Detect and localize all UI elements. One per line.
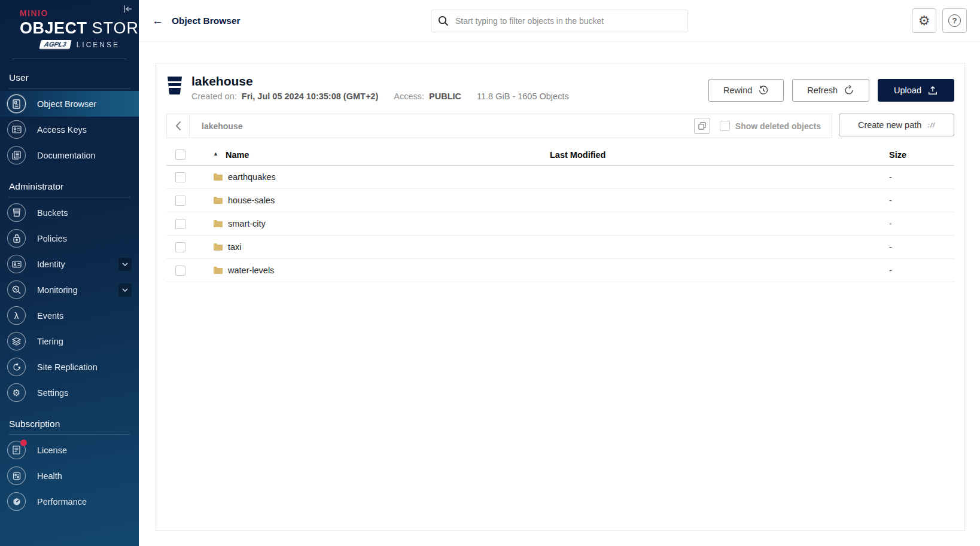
buckets-icon [7, 203, 26, 222]
sidebar-item-object-browser[interactable]: Object Browser [0, 91, 139, 117]
back-arrow-icon[interactable]: ← [152, 14, 163, 28]
top-bar: ← Object Browser ⚙ ? [139, 0, 980, 42]
sidebar-item-label: Events [37, 311, 132, 321]
help-icon: ? [948, 14, 961, 27]
copy-path-button[interactable] [694, 118, 710, 134]
current-path: lakehouse [202, 121, 242, 131]
sidebar-item-policies[interactable]: Policies [0, 225, 139, 251]
help-button[interactable]: ? [942, 8, 967, 33]
rewind-label: Rewind [723, 86, 752, 95]
refresh-button[interactable]: Refresh [792, 79, 869, 102]
object-name: smart-city [228, 219, 266, 228]
object-size: - [889, 172, 954, 182]
bucket-icon [166, 76, 183, 95]
object-name: taxi [228, 242, 242, 252]
sidebar-item-label: Performance [37, 497, 132, 507]
sidebar-item-site-replication[interactable]: Site Replication [0, 354, 139, 380]
sidebar-item-label: Settings [37, 388, 132, 398]
identity-icon [7, 255, 26, 273]
upload-button[interactable]: Upload [878, 79, 954, 102]
object-name: earthquakes [228, 172, 276, 182]
section-divider [8, 88, 130, 89]
row-checkbox[interactable] [175, 196, 185, 206]
select-all-checkbox[interactable] [175, 150, 185, 160]
collapse-sidebar-icon[interactable] [123, 5, 133, 13]
rewind-button[interactable]: Rewind [708, 79, 784, 102]
refresh-label: Refresh [807, 86, 838, 95]
minio-wordmark: MINIO [20, 8, 139, 18]
object-size: - [889, 242, 954, 252]
search-input[interactable] [431, 10, 688, 32]
created-on-label: Created on: [191, 91, 237, 101]
column-header-name[interactable]: ▲ Name [194, 150, 550, 160]
license-badge: AGPL3 LICENSE [20, 40, 120, 49]
sidebar-item-documentation[interactable]: Documentation [0, 142, 139, 168]
access-keys-icon [7, 120, 26, 139]
bucket-name: lakehouse [191, 74, 569, 89]
object-name: water-levels [228, 266, 274, 275]
table-row[interactable]: taxi - [166, 236, 954, 259]
chevron-down-icon[interactable] [118, 283, 132, 297]
column-header-last-modified[interactable]: Last Modified [550, 150, 889, 160]
sidebar-item-monitoring[interactable]: Monitoring [0, 277, 139, 303]
sidebar-item-label: Health [37, 471, 132, 481]
sidebar-item-health[interactable]: Health [0, 463, 139, 489]
row-checkbox[interactable] [175, 266, 185, 276]
sidebar-item-label: License [37, 446, 132, 455]
sidebar-item-label: Tiering [37, 337, 132, 346]
sidebar-item-performance[interactable]: Performance [0, 489, 139, 514]
settings-button[interactable]: ⚙ [912, 8, 936, 33]
row-checkbox[interactable] [175, 219, 185, 229]
section-label-administrator: Administrator [0, 168, 139, 197]
sidebar-item-license[interactable]: License [0, 437, 139, 463]
sidebar-item-label: Policies [37, 234, 132, 243]
rewind-icon [758, 85, 769, 96]
documentation-icon [7, 146, 26, 164]
refresh-icon [844, 85, 854, 96]
page-title: Object Browser [172, 16, 241, 26]
row-checkbox[interactable] [175, 172, 185, 182]
table-row[interactable]: earthquakes - [166, 166, 954, 189]
chevron-down-icon[interactable] [118, 258, 132, 271]
sidebar-item-label: Monitoring [37, 285, 118, 295]
show-deleted-toggle[interactable]: Show deleted objects [720, 121, 821, 131]
sidebar-item-tiering[interactable]: Tiering [0, 328, 139, 354]
sidebar-item-events[interactable]: λ Events [0, 303, 139, 328]
table-header-row: ▲ Name Last Modified Size [166, 144, 954, 166]
section-divider [8, 197, 130, 197]
column-header-size[interactable]: Size [889, 150, 954, 160]
row-checkbox[interactable] [175, 242, 185, 252]
sidebar-item-buckets[interactable]: Buckets [0, 200, 139, 225]
sidebar: MINIO OBJECT STORE AGPL3 LICENSE User Ob… [0, 0, 139, 546]
tiering-layers-icon [7, 332, 26, 350]
table-row[interactable]: house-sales - [166, 189, 954, 212]
bucket-actions: Rewind Refresh Upload [708, 79, 954, 102]
policies-icon [7, 229, 26, 248]
sidebar-item-access-keys[interactable]: Access Keys [0, 117, 139, 142]
settings-gear-icon: ⚙ [7, 383, 26, 402]
created-on-value: Fri, Jul 05 2024 10:35:08 (GMT+2) [242, 91, 378, 101]
sidebar-item-settings[interactable]: ⚙ Settings [0, 380, 139, 405]
show-deleted-checkbox[interactable] [720, 121, 730, 131]
notification-dot [20, 440, 27, 446]
show-deleted-label: Show deleted objects [735, 121, 821, 131]
sidebar-item-label: Documentation [37, 151, 132, 160]
path-back-button[interactable] [167, 114, 190, 138]
health-icon [7, 466, 26, 485]
bucket-meta: Created on: Fri, Jul 05 2024 10:35:08 (G… [191, 91, 569, 101]
events-lambda-icon: λ [7, 306, 26, 325]
copy-icon [698, 122, 706, 130]
table-row[interactable]: water-levels - [166, 259, 954, 282]
access-label: Access: [394, 91, 424, 101]
bucket-panel: lakehouse Created on: Fri, Jul 05 2024 1… [156, 63, 965, 531]
agpl-badge: AGPL3 [39, 40, 71, 49]
object-size: - [889, 219, 954, 228]
sort-ascending-icon: ▲ [213, 151, 218, 157]
sidebar-item-identity[interactable]: Identity [0, 251, 139, 277]
create-new-path-button[interactable]: Create new path :// [839, 114, 954, 136]
search-container [431, 10, 688, 32]
license-text: LICENSE [77, 41, 120, 49]
section-label-user: User [0, 59, 139, 88]
path-bar: lakehouse Show deleted objects Create ne… [166, 114, 954, 138]
table-row[interactable]: smart-city - [166, 212, 954, 236]
